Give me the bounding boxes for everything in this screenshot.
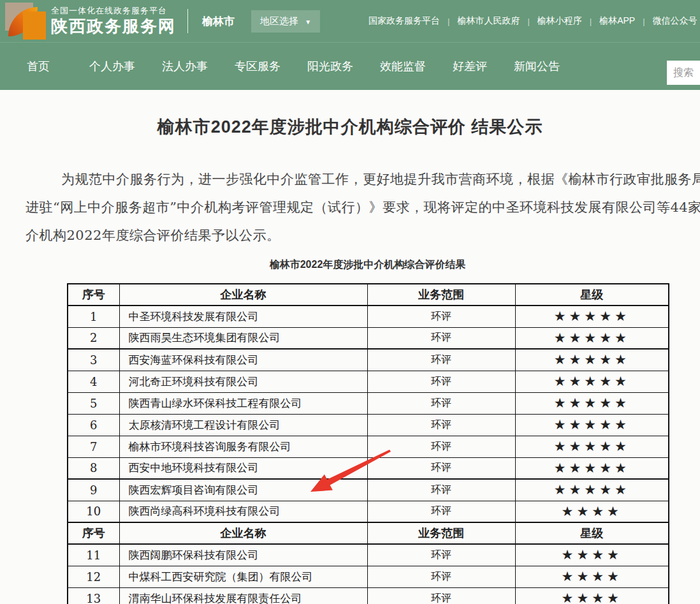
cell-business-scope: 环评 (367, 436, 515, 457)
nav-item-home[interactable]: 首页 (27, 59, 50, 74)
cell-序号: 10 (68, 501, 119, 522)
link-separator: | (448, 17, 449, 26)
link-city-government[interactable]: 榆林市人民政府 (457, 15, 520, 27)
cell-business-scope: 环评 (367, 306, 515, 327)
cell-company-name: 陕西雨昊生态环境集团有限公司 (119, 327, 367, 349)
cell-star-rating: ★★★★ (515, 566, 669, 587)
link-wechat-account[interactable]: 微信公众号 (653, 15, 697, 27)
link-mini-program[interactable]: 榆林小程序 (537, 15, 582, 27)
cell-company-name: 渭南华山环保科技发展有限责任公司 (119, 587, 367, 604)
cell-star-rating: ★★★★★ (515, 327, 669, 349)
nav-item-efficiency-supervision[interactable]: 效能监督 (380, 59, 426, 74)
platform-name: 全国一体化在线政务服务平台 (51, 6, 176, 16)
table-row: 6太原核清环境工程设计有限公司环评★★★★★ (68, 414, 669, 436)
cell-business-scope: 环评 (367, 544, 515, 566)
cell-business-scope: 环评 (367, 371, 515, 392)
cell-序号: 1 (68, 306, 119, 327)
page-title: 榆林市2022年度涉批中介机构综合评价 结果公示 (0, 115, 700, 138)
results-table-body: 序号企业名称业务范围星级1中圣环境科技发展有限公司环评★★★★★2陕西雨昊生态环… (68, 284, 669, 604)
chevron-down-icon: ▼ (305, 18, 311, 26)
link-app[interactable]: 榆林APP (599, 15, 635, 27)
region-selector-label: 地区选择 (260, 15, 298, 26)
nav-item-open-government[interactable]: 阳光政务 (307, 59, 353, 74)
cell-序号: 7 (68, 436, 119, 457)
cell-company-name: 太原核清环境工程设计有限公司 (119, 414, 367, 436)
header-links: 国家政务服务平台 | 榆林市人民政府 | 榆林小程序 | 榆林APP | 微信公… (368, 0, 700, 42)
cell-序号: 12 (68, 566, 119, 587)
search-input[interactable] (667, 61, 700, 85)
table-row: 8西安中地环境科技有限公司环评★★★★★ (68, 457, 669, 479)
table-row: 9陕西宏辉项目咨询有限公司环评★★★★★ (68, 479, 669, 501)
cell-business-scope: 环评 (367, 349, 515, 371)
cell-business-scope: 环评 (367, 501, 515, 522)
cell-序号: 13 (68, 587, 119, 604)
article-content: 榆林市2022年度涉批中介机构综合评价 结果公示 为规范中介服务行为，进一步强化… (0, 115, 700, 604)
cell-序号: 6 (68, 414, 119, 436)
cell-序号: 5 (68, 392, 119, 414)
nav-item-zone-services[interactable]: 专区服务 (235, 59, 281, 74)
column-header: 序号 (68, 284, 119, 306)
cell-company-name: 西安中地环境科技有限公司 (119, 457, 367, 479)
cell-company-name: 陕西青山绿水环保科技工程有限公司 (119, 392, 367, 414)
current-city-label: 榆林市 (202, 14, 235, 29)
nav-item-personal[interactable]: 个人办事 (89, 59, 135, 74)
paragraph-line: 介机构2022年度综合评价结果予以公示。 (0, 221, 700, 249)
results-table: 序号企业名称业务范围星级1中圣环境科技发展有限公司环评★★★★★2陕西雨昊生态环… (67, 283, 669, 604)
table-row: 3西安海蓝环保科技有限公司环评★★★★★ (68, 349, 669, 371)
paragraph-line: 为规范中介服务行为，进一步强化中介监管工作，更好地提升我市营商环境，根据《榆林市… (0, 165, 700, 193)
link-separator: | (590, 17, 592, 26)
announcement-paragraph: 为规范中介服务行为，进一步强化中介监管工作，更好地提升我市营商环境，根据《榆林市… (0, 165, 700, 249)
table-caption: 榆林市2022年度涉批中介机构综合评价结果 (67, 258, 668, 272)
site-header: 全国一体化在线政务服务平台 陕西政务服务网 榆林市 地区选择 ▼ 国家政务服务平… (0, 0, 700, 42)
site-name: 陕西政务服务网 (51, 16, 176, 37)
cell-company-name: 陕西宏辉项目咨询有限公司 (119, 479, 367, 501)
link-national-platform[interactable]: 国家政务服务平台 (368, 15, 440, 27)
cell-business-scope: 环评 (367, 414, 515, 436)
column-header: 星级 (515, 284, 669, 306)
cell-序号: 11 (68, 544, 119, 566)
cell-company-name: 榆林市环境科技咨询服务有限公司 (119, 436, 367, 457)
header-divider (187, 9, 188, 33)
table-row: 13渭南华山环保科技发展有限责任公司环评★★★★ (68, 587, 669, 604)
nav-item-rating[interactable]: 好差评 (453, 59, 487, 74)
cell-序号: 4 (68, 371, 119, 392)
region-selector-button[interactable]: 地区选择 ▼ (251, 10, 320, 33)
cell-star-rating: ★★★★ (515, 587, 669, 604)
site-logo-icon (5, 3, 43, 40)
table-row: 12中煤科工西安研究院（集团）有限公司环评★★★★ (68, 566, 669, 587)
link-separator: | (527, 17, 529, 26)
cell-star-rating: ★★★★★ (515, 414, 669, 436)
cell-star-rating: ★★★★★ (515, 479, 669, 501)
column-header: 星级 (515, 522, 669, 544)
cell-序号: 2 (68, 327, 119, 349)
column-header: 业务范围 (367, 284, 515, 306)
table-row: 4河北奇正环境科技有限公司环评★★★★★ (68, 371, 669, 392)
table-row: 10陕西尚绿高科环境科技有限公司环评★★★★ (68, 501, 669, 522)
cell-business-scope: 环评 (367, 327, 515, 349)
cell-序号: 9 (68, 479, 119, 501)
cell-star-rating: ★★★★★ (515, 349, 669, 371)
cell-star-rating: ★★★★★ (515, 306, 669, 327)
cell-序号: 3 (68, 349, 119, 371)
cell-business-scope: 环评 (367, 566, 515, 587)
table-row: 11陕西阔鹏环保科技有限公司环评★★★★ (68, 544, 669, 566)
cell-company-name: 陕西尚绿高科环境科技有限公司 (119, 501, 367, 522)
cell-company-name: 陕西阔鹏环保科技有限公司 (119, 544, 367, 566)
cell-star-rating: ★★★★★ (515, 457, 669, 479)
table-header-row: 序号企业名称业务范围星级 (68, 284, 669, 306)
site-brand: 全国一体化在线政务服务平台 陕西政务服务网 (51, 6, 176, 37)
cell-business-scope: 环评 (367, 392, 515, 414)
cell-business-scope: 环评 (367, 457, 515, 479)
nav-item-news[interactable]: 新闻公告 (514, 59, 560, 74)
table-row: 5陕西青山绿水环保科技工程有限公司环评★★★★★ (68, 392, 669, 414)
cell-序号: 8 (68, 457, 119, 479)
column-header: 企业名称 (119, 284, 367, 306)
cell-star-rating: ★★★★ (515, 501, 669, 522)
cell-company-name: 河北奇正环境科技有限公司 (119, 371, 367, 392)
table-row: 2陕西雨昊生态环境集团有限公司环评★★★★★ (68, 327, 669, 349)
table-header-row: 序号企业名称业务范围星级 (68, 522, 669, 544)
link-separator: | (643, 17, 645, 26)
cell-star-rating: ★★★★★ (515, 371, 669, 392)
cell-company-name: 中煤科工西安研究院（集团）有限公司 (119, 566, 367, 587)
nav-item-corporate[interactable]: 法人办事 (162, 59, 208, 74)
